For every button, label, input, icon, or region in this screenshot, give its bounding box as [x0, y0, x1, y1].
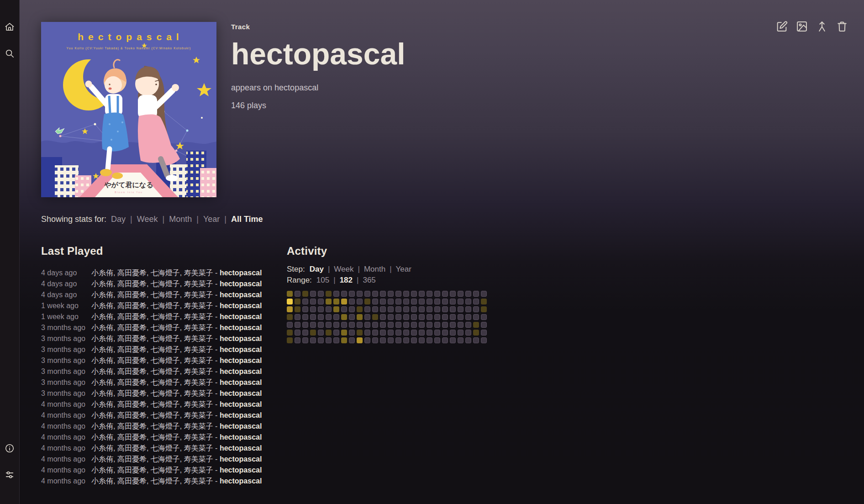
heatmap-cell[interactable]: [395, 291, 401, 297]
artist-link[interactable]: 高田憂希: [117, 466, 147, 474]
heatmap-cell[interactable]: [427, 291, 432, 297]
heatmap-cell[interactable]: [287, 330, 293, 336]
step-option-year[interactable]: Year: [396, 265, 411, 273]
heatmap-cell[interactable]: [326, 330, 332, 336]
heatmap-cell[interactable]: [341, 306, 347, 312]
heatmap-cell[interactable]: [395, 299, 401, 304]
artist-link[interactable]: 七海燈子: [151, 466, 180, 474]
heatmap-cell[interactable]: [318, 299, 324, 304]
artist-link[interactable]: 小糸侑: [91, 324, 113, 331]
heatmap-cell[interactable]: [473, 337, 479, 343]
heatmap-cell[interactable]: [318, 337, 324, 343]
heatmap-cell[interactable]: [403, 299, 409, 304]
heatmap-cell[interactable]: [419, 314, 425, 320]
heatmap-cell[interactable]: [333, 314, 339, 320]
artist-link[interactable]: 七海燈子: [151, 444, 180, 452]
stats-option-month[interactable]: Month: [169, 215, 192, 224]
heatmap-cell[interactable]: [388, 314, 394, 320]
artist-link[interactable]: 寿美菜子: [184, 302, 213, 310]
heatmap-cell[interactable]: [450, 299, 456, 304]
artist-link[interactable]: 小糸侑: [91, 335, 113, 342]
artist-link[interactable]: 高田憂希: [117, 357, 147, 364]
artist-link[interactable]: 七海燈子: [151, 280, 180, 288]
heatmap-cell[interactable]: [310, 299, 316, 304]
artist-link[interactable]: 高田憂希: [117, 346, 147, 353]
heatmap-cell[interactable]: [333, 330, 339, 336]
heatmap-cell[interactable]: [295, 299, 300, 304]
artist-link[interactable]: 七海燈子: [151, 346, 180, 353]
heatmap-cell[interactable]: [473, 322, 479, 328]
artist-link[interactable]: 寿美菜子: [184, 313, 213, 320]
heatmap-cell[interactable]: [380, 314, 386, 320]
heatmap-cell[interactable]: [388, 330, 394, 336]
heatmap-cell[interactable]: [481, 306, 487, 312]
artist-link[interactable]: 七海燈子: [151, 455, 180, 463]
heatmap-cell[interactable]: [442, 330, 448, 336]
artist-link[interactable]: 七海燈子: [151, 291, 180, 299]
heatmap-cell[interactable]: [326, 314, 332, 320]
artist-link[interactable]: 七海燈子: [151, 313, 180, 320]
heatmap-cell[interactable]: [372, 330, 378, 336]
heatmap-cell[interactable]: [458, 291, 464, 297]
heatmap-cell[interactable]: [473, 299, 479, 304]
artist-link[interactable]: 七海燈子: [151, 302, 180, 310]
album-link[interactable]: hectopascal: [274, 83, 318, 92]
heatmap-cell[interactable]: [318, 291, 324, 297]
heatmap-cell[interactable]: [341, 299, 347, 304]
artist-link[interactable]: 七海燈子: [151, 335, 180, 342]
track-link[interactable]: hectopascal: [220, 368, 262, 375]
heatmap-cell[interactable]: [326, 291, 332, 297]
heatmap-cell[interactable]: [450, 314, 456, 320]
artist-link[interactable]: 高田憂希: [117, 433, 147, 441]
track-link[interactable]: hectopascal: [220, 466, 262, 474]
heatmap-cell[interactable]: [372, 337, 378, 343]
track-link[interactable]: hectopascal: [220, 324, 262, 331]
artist-link[interactable]: 小糸侑: [91, 378, 113, 386]
heatmap-cell[interactable]: [473, 330, 479, 336]
heatmap-cell[interactable]: [419, 330, 425, 336]
heatmap-cell[interactable]: [450, 291, 456, 297]
heatmap-cell[interactable]: [481, 299, 487, 304]
heatmap-cell[interactable]: [341, 314, 347, 320]
heatmap-cell[interactable]: [395, 322, 401, 328]
heatmap-cell[interactable]: [442, 299, 448, 304]
artist-link[interactable]: 七海燈子: [151, 378, 180, 386]
heatmap-cell[interactable]: [481, 337, 487, 343]
track-link[interactable]: hectopascal: [220, 400, 262, 408]
artist-link[interactable]: 七海燈子: [151, 411, 180, 419]
merge-button[interactable]: [816, 20, 828, 33]
artist-link[interactable]: 小糸侑: [91, 433, 113, 441]
artist-link[interactable]: 高田憂希: [117, 335, 147, 342]
artist-link[interactable]: 高田憂希: [117, 324, 147, 331]
track-link[interactable]: hectopascal: [220, 269, 262, 277]
heatmap-cell[interactable]: [481, 330, 487, 336]
heatmap-cell[interactable]: [349, 322, 355, 328]
artist-link[interactable]: 寿美菜子: [184, 368, 213, 375]
artist-link[interactable]: 高田憂希: [117, 411, 147, 419]
heatmap-cell[interactable]: [341, 291, 347, 297]
artist-link[interactable]: 寿美菜子: [184, 291, 213, 299]
heatmap-cell[interactable]: [310, 322, 316, 328]
artist-link[interactable]: 小糸侑: [91, 291, 113, 299]
heatmap-cell[interactable]: [364, 306, 370, 312]
artist-link[interactable]: 七海燈子: [151, 269, 180, 277]
heatmap-cell[interactable]: [434, 306, 440, 312]
heatmap-cell[interactable]: [341, 322, 347, 328]
heatmap-cell[interactable]: [302, 322, 308, 328]
artist-link[interactable]: 寿美菜子: [184, 466, 213, 474]
heatmap-cell[interactable]: [287, 322, 293, 328]
range-option-182[interactable]: 182: [340, 276, 353, 284]
artist-link[interactable]: 小糸侑: [91, 357, 113, 364]
heatmap-cell[interactable]: [388, 337, 394, 343]
info-button[interactable]: [5, 443, 15, 453]
artist-link[interactable]: 高田憂希: [117, 400, 147, 408]
heatmap-cell[interactable]: [302, 299, 308, 304]
track-link[interactable]: hectopascal: [220, 357, 262, 364]
artist-link[interactable]: 高田憂希: [117, 389, 147, 397]
artist-link[interactable]: 寿美菜子: [184, 335, 213, 342]
heatmap-cell[interactable]: [427, 314, 432, 320]
heatmap-cell[interactable]: [403, 291, 409, 297]
heatmap-cell[interactable]: [357, 330, 363, 336]
heatmap-cell[interactable]: [465, 337, 471, 343]
range-option-105[interactable]: 105: [316, 276, 329, 284]
